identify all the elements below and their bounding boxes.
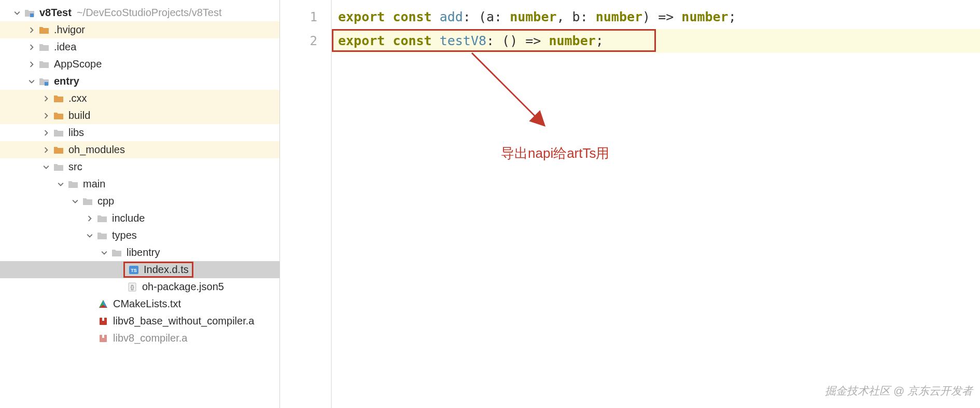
svg-rect-9 [102,335,104,338]
svg-text:{}: {} [131,284,134,290]
chevron-down-icon[interactable] [41,162,51,172]
module-folder-icon [38,76,50,87]
annotation-text: 导出napi给artTs用 [501,141,610,165]
archive-file-icon [97,333,109,344]
tree-item-oh-modules[interactable]: oh_modules [0,141,279,158]
folder-icon [53,127,64,139]
tree-item-cxx[interactable]: .cxx [0,90,279,107]
typescript-file-icon: TS [128,264,139,276]
line-number-gutter: 1 2 [280,0,332,408]
cmake-file-icon [97,298,109,310]
line-number: 2 [280,29,317,53]
json-file-icon: {} [127,281,138,293]
svg-rect-7 [102,318,104,321]
chevron-right-icon[interactable] [27,43,36,52]
tree-item-oh-package[interactable]: {} oh-package.json5 [0,278,279,295]
chevron-right-icon[interactable] [41,145,51,155]
tree-label: types [112,229,137,241]
project-name: v8Test [39,7,72,19]
tree-item-entry[interactable]: entry [0,73,279,90]
svg-rect-1 [45,82,48,86]
tree-item-idea[interactable]: .idea [0,38,279,56]
tree-label: libentry [127,247,160,259]
tree-item-src[interactable]: src [0,158,279,175]
svg-line-10 [472,53,544,126]
folder-icon [111,247,122,259]
project-path: ~/DevEcoStudioProjects/v8Test [77,7,222,19]
tree-item-hvigor[interactable]: .hvigor [0,21,279,38]
code-line-2[interactable]: export const testV8: () => number; [332,29,980,53]
tree-label: oh_modules [68,144,125,156]
chevron-right-icon[interactable] [41,94,51,103]
annotation-arrow-icon [467,48,555,136]
chevron-right-icon[interactable] [41,128,51,138]
chevron-right-icon[interactable] [27,25,36,35]
code-content[interactable]: export const add: (a: number, b: number)… [332,0,980,408]
chevron-down-icon[interactable] [12,8,22,18]
tree-item-main[interactable]: main [0,175,279,193]
tree-label: src [68,161,82,173]
tree-label: .hvigor [54,24,85,36]
tree-item-include[interactable]: include [0,210,279,227]
folder-icon [38,59,50,70]
tree-label: CMakeLists.txt [113,298,181,310]
tree-item-index-d-ts[interactable]: TS Index.d.ts [0,261,279,278]
watermark-text: 掘金技术社区 @ 京东云开发者 [825,379,973,403]
chevron-down-icon[interactable] [100,248,109,257]
folder-icon [53,93,64,104]
folder-icon [53,110,64,121]
folder-icon [38,24,50,36]
archive-file-icon [97,316,109,327]
tree-label: oh-package.json5 [142,281,224,293]
tree-item-cmake[interactable]: CMakeLists.txt [0,295,279,312]
chevron-right-icon[interactable] [27,60,36,69]
tree-item-libentry[interactable]: libentry [0,244,279,261]
folder-icon [38,42,50,53]
tree-label: .idea [54,41,76,53]
project-tree-sidebar: v8Test ~/DevEcoStudioProjects/v8Test .hv… [0,0,280,408]
tree-label: .cxx [68,92,87,104]
tree-label: cpp [97,195,114,207]
folder-icon [53,161,64,173]
tree-label: include [112,212,145,224]
highlight-box: TS Index.d.ts [123,262,193,278]
chevron-down-icon[interactable] [27,77,36,86]
tree-item-appscope[interactable]: AppScope [0,56,279,73]
module-folder-icon [24,7,35,19]
tree-label: libv8_compiler.a [113,332,187,344]
chevron-right-icon[interactable] [85,214,94,223]
tree-item-libv8-compiler[interactable]: libv8_compiler.a [0,330,279,347]
tree-item-build[interactable]: build [0,107,279,124]
code-line-1[interactable]: export const add: (a: number, b: number)… [332,5,980,29]
chevron-down-icon[interactable] [71,197,80,206]
tree-label: libv8_base_without_compiler.a [113,315,254,327]
folder-icon [96,213,108,224]
tree-item-libv8-base[interactable]: libv8_base_without_compiler.a [0,312,279,330]
tree-item-types[interactable]: types [0,227,279,244]
tree-label: AppScope [54,58,102,70]
svg-text:TS: TS [131,268,137,273]
folder-icon [67,179,79,190]
tree-item-cpp[interactable]: cpp [0,193,279,210]
folder-icon [82,196,93,207]
svg-rect-0 [30,13,34,17]
project-tree: v8Test ~/DevEcoStudioProjects/v8Test .hv… [0,0,279,347]
folder-icon [96,230,108,241]
code-editor[interactable]: 1 2 export const add: (a: number, b: num… [280,0,980,408]
tree-label: libs [68,127,84,139]
tree-label: entry [54,75,79,87]
tree-label: main [83,178,105,190]
chevron-right-icon[interactable] [41,111,51,120]
chevron-down-icon[interactable] [85,231,94,240]
line-number: 1 [280,5,317,29]
tree-label: build [68,110,90,121]
folder-icon [53,144,64,156]
tree-label: Index.d.ts [144,264,189,276]
tree-root-project[interactable]: v8Test ~/DevEcoStudioProjects/v8Test [0,4,279,21]
chevron-down-icon[interactable] [56,180,65,189]
tree-item-libs[interactable]: libs [0,124,279,141]
